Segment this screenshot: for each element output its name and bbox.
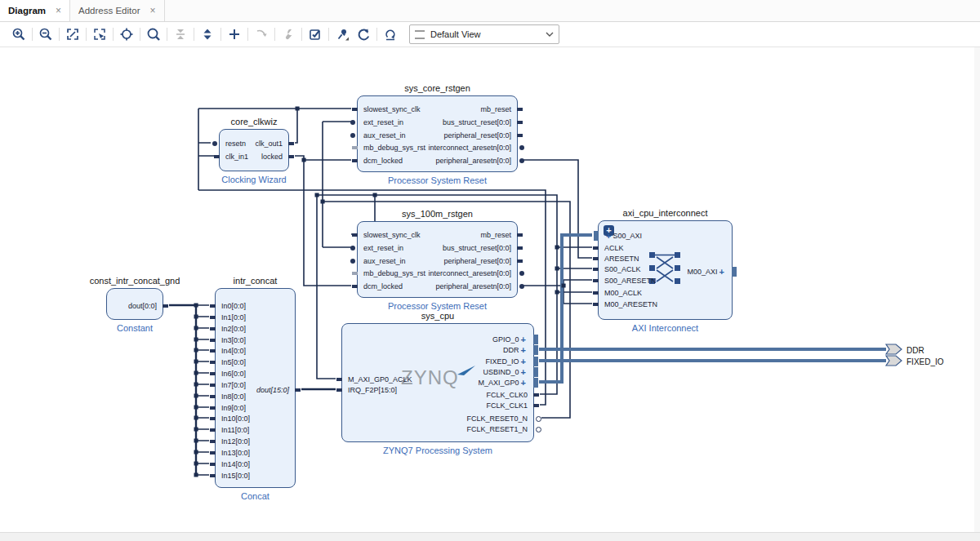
port-peripheral-aresetn[interactable]: peripheral_aresetn[0:0]: [435, 282, 517, 290]
port-interconnect-aresetn[interactable]: interconnect_aresetn[0:0]: [428, 269, 517, 277]
port-clk-out1[interactable]: clk_out1: [255, 140, 288, 148]
port-label: peripheral_reset[0:0]: [443, 257, 511, 265]
port-mb-reset[interactable]: mb_reset: [480, 105, 517, 113]
port-label: FCLK_CLK0: [486, 391, 528, 399]
block-type-label: Processor System Reset: [309, 175, 566, 185]
port-fclk-reset0-n[interactable]: FCLK_RESET0_N: [466, 415, 533, 423]
plus-icon[interactable]: +: [521, 335, 526, 344]
port-bus-struct-reset[interactable]: bus_struct_reset[0:0]: [443, 244, 517, 252]
block-const-intr-concat-gnd[interactable]: const_intr_concat_gnd dout[0:0] Constant: [106, 288, 163, 320]
port-aux-reset-in[interactable]: aux_reset_in: [358, 131, 406, 140]
vertical-scrollbar[interactable]: [974, 47, 980, 532]
block-sys-100m-rstgen[interactable]: sys_100m_rstgen slowest_sync_clk ext_res…: [357, 221, 518, 298]
port-dcm-locked[interactable]: dcm_locked: [358, 282, 403, 290]
port-in6[interactable]: In6[0:0]: [216, 370, 246, 378]
port-label: USBIND_0: [483, 368, 519, 376]
port-in13[interactable]: In13[0:0]: [216, 449, 250, 457]
port-label: In2[0:0]: [221, 325, 246, 333]
port-in1[interactable]: In1[0:0]: [216, 313, 246, 321]
plus-icon[interactable]: +: [606, 232, 611, 240]
plus-icon[interactable]: +: [521, 379, 526, 387]
port-gpio-0[interactable]: GPIO_0+: [492, 335, 533, 344]
port-label: In0[0:0]: [221, 302, 246, 310]
port-fclk-clk1[interactable]: FCLK_CLK1: [486, 401, 533, 410]
port-label: clk_out1: [255, 140, 283, 148]
plus-icon[interactable]: +: [521, 357, 526, 366]
block-type-label: ZYNQ7 Processing System: [293, 446, 582, 455]
port-label: mb_debug_sys_rst: [363, 144, 425, 152]
port-in10[interactable]: In10[0:0]: [216, 415, 250, 423]
port-fixed-io[interactable]: FIXED_IO+: [486, 357, 533, 366]
port-label: In11[0:0]: [221, 426, 249, 434]
port-in5[interactable]: In5[0:0]: [216, 358, 246, 366]
port-m-axi-gp0[interactable]: M_AXI_GP0+: [479, 379, 533, 387]
port-m00-aresetn[interactable]: M00_ARESETN: [599, 300, 657, 308]
port-usbind-0[interactable]: USBIND_0+: [483, 368, 533, 376]
port-irq-f2p[interactable]: IRQ_F2P[15:0]: [342, 386, 397, 394]
port-s00-aclk[interactable]: S00_ACLK: [599, 265, 641, 273]
port-peripheral-reset[interactable]: peripheral_reset[0:0]: [443, 257, 517, 265]
block-axi-cpu-interconnect[interactable]: axi_cpu_interconnect + +S00_AXI ACLK ARE…: [598, 220, 733, 320]
port-s00-aresetn[interactable]: S00_ARESETN: [599, 277, 657, 285]
port-in9[interactable]: In9[0:0]: [216, 404, 246, 412]
zynq-swoosh-icon: [456, 365, 475, 376]
port-ddr[interactable]: DDR+: [503, 346, 533, 354]
port-clk-in1[interactable]: clk_in1: [220, 153, 248, 161]
port-interconnect-aresetn[interactable]: interconnect_aresetn[0:0]: [428, 144, 517, 152]
port-in0[interactable]: In0[0:0]: [216, 302, 246, 310]
port-m-axi-gp0-aclk[interactable]: M_AXI_GP0_ACLK: [342, 375, 412, 384]
port-in7[interactable]: In7[0:0]: [216, 381, 246, 389]
port-m00-aclk[interactable]: M00_ACLK: [599, 289, 642, 297]
port-dout[interactable]: dout[15:0]: [256, 386, 295, 394]
port-in4[interactable]: In4[0:0]: [216, 347, 246, 355]
port-in15[interactable]: In15[0:0]: [216, 472, 250, 480]
horizontal-scrollbar[interactable]: [0, 532, 980, 541]
port-label: bus_struct_reset[0:0]: [443, 118, 511, 126]
port-label: IRQ_F2P[15:0]: [348, 386, 397, 394]
port-mb-reset[interactable]: mb_reset: [480, 231, 517, 239]
port-dout[interactable]: dout[0:0]: [128, 302, 163, 310]
external-port-ddr-label[interactable]: DDR: [906, 346, 924, 355]
plus-icon[interactable]: +: [521, 346, 526, 354]
port-peripheral-reset[interactable]: peripheral_reset[0:0]: [443, 131, 517, 140]
external-port-fixed-io-label[interactable]: FIXED_IO: [906, 357, 944, 366]
port-in12[interactable]: In12[0:0]: [216, 437, 250, 446]
port-locked[interactable]: locked: [261, 153, 288, 161]
port-mb-debug-sys-rst[interactable]: mb_debug_sys_rst: [358, 144, 425, 152]
port-label: S00_ARESETN: [604, 277, 657, 285]
port-label: In15[0:0]: [221, 472, 250, 480]
port-aux-reset-in[interactable]: aux_reset_in: [358, 257, 406, 265]
port-slowest-sync-clk[interactable]: slowest_sync_clk: [358, 105, 421, 113]
port-in2[interactable]: In2[0:0]: [216, 325, 246, 333]
port-in11[interactable]: In11[0:0]: [216, 426, 249, 434]
port-slowest-sync-clk[interactable]: slowest_sync_clk: [358, 231, 421, 239]
port-s00-axi[interactable]: +S00_AXI: [599, 232, 642, 240]
port-label: M00_AXI: [688, 268, 718, 276]
block-sys-cpu[interactable]: sys_cpu ZYNQ M_AXI_GP0_ACLK IRQ_F2P[15:0…: [341, 323, 534, 442]
port-in14[interactable]: In14[0:0]: [216, 460, 250, 468]
block-type-label: Concat: [167, 491, 344, 501]
plus-icon[interactable]: +: [521, 368, 526, 376]
port-mb-debug-sys-rst[interactable]: mb_debug_sys_rst: [358, 269, 425, 277]
block-intr-concat[interactable]: intr_concat In0[0:0] In1[0:0] In2[0:0] I…: [215, 288, 296, 488]
port-ext-reset-in[interactable]: ext_reset_in: [358, 118, 403, 126]
port-dcm-locked[interactable]: dcm_locked: [358, 157, 403, 165]
port-bus-struct-reset[interactable]: bus_struct_reset[0:0]: [443, 118, 517, 126]
port-label: M00_ACLK: [604, 289, 642, 297]
port-fclk-clk0[interactable]: FCLK_CLK0: [486, 391, 533, 399]
port-aresetn[interactable]: ARESETN: [599, 255, 639, 263]
port-aclk[interactable]: ACLK: [599, 244, 624, 252]
port-in3[interactable]: In3[0:0]: [216, 336, 246, 344]
port-peripheral-aresetn[interactable]: peripheral_aresetn[0:0]: [435, 157, 517, 165]
port-in8[interactable]: In8[0:0]: [216, 392, 246, 401]
block-core-clkwiz[interactable]: core_clkwiz resetn clk_in1 clk_out1 lock…: [219, 129, 289, 171]
port-fclk-reset1-n[interactable]: FCLK_RESET1_N: [466, 425, 533, 433]
block-sys-core-rstgen[interactable]: sys_core_rstgen slowest_sync_clk ext_res…: [357, 95, 518, 172]
port-ext-reset-in[interactable]: ext_reset_in: [358, 244, 403, 252]
diagram-canvas[interactable]: DDR FIXED_IO core_clkwiz resetn clk_in1 …: [0, 47, 980, 532]
external-port-symbols[interactable]: [886, 344, 902, 366]
port-resetn[interactable]: resetn: [220, 140, 246, 148]
port-label: FCLK_RESET1_N: [466, 425, 528, 433]
port-m00-axi[interactable]: M00_AXI+: [688, 268, 732, 276]
plus-icon[interactable]: +: [719, 268, 724, 276]
